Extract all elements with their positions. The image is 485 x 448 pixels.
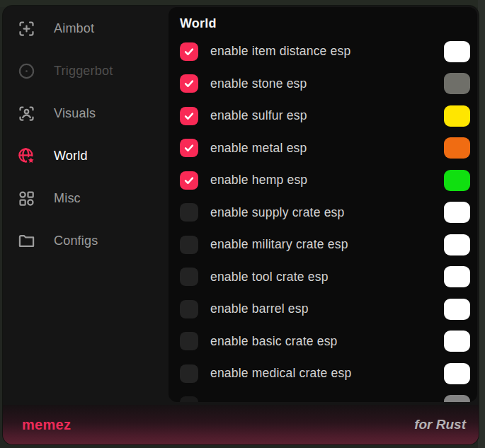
setting-label: enable barrel esp bbox=[210, 301, 309, 316]
setting-row: enable sulfur esp bbox=[180, 100, 470, 132]
person-scan-icon bbox=[17, 104, 36, 123]
setting-row: enable stone esp bbox=[180, 68, 470, 100]
cheat-menu-window: Aimbot Triggerbot Visuals World Misc Con… bbox=[3, 6, 479, 444]
setting-row: enable basic crate esp bbox=[180, 326, 470, 358]
sidebar-item-label: Triggerbot bbox=[54, 64, 113, 79]
color-swatch[interactable] bbox=[444, 234, 470, 255]
game-backdrop-right bbox=[478, 0, 485, 448]
setting-row: enable supply crate esp bbox=[180, 197, 470, 229]
folder-icon bbox=[17, 231, 36, 251]
checkbox[interactable] bbox=[180, 396, 198, 402]
checkbox[interactable] bbox=[180, 300, 198, 318]
sidebar-item-label: World bbox=[54, 149, 88, 163]
sidebar: Aimbot Triggerbot Visuals World Misc Con… bbox=[3, 6, 169, 405]
sidebar-item-triggerbot[interactable]: Triggerbot bbox=[3, 50, 169, 92]
sidebar-item-aimbot[interactable]: Aimbot bbox=[3, 7, 169, 50]
sidebar-item-label: Misc bbox=[54, 191, 81, 206]
setting-label: enable stone esp bbox=[210, 76, 307, 91]
sidebar-item-label: Aimbot bbox=[54, 21, 94, 36]
checkbox[interactable] bbox=[180, 236, 198, 254]
setting-label: enable tool crate esp bbox=[210, 270, 329, 285]
checkbox[interactable] bbox=[180, 139, 198, 157]
color-swatch[interactable] bbox=[444, 299, 470, 320]
setting-row: enable medical crate esp bbox=[180, 357, 470, 390]
setting-row: enable metal esp bbox=[180, 132, 470, 165]
crosshair-icon bbox=[17, 19, 36, 38]
triggerbot-icon bbox=[17, 62, 36, 81]
color-swatch[interactable] bbox=[444, 363, 470, 384]
setting-label: enable medical crate esp bbox=[210, 366, 351, 381]
color-swatch[interactable] bbox=[444, 73, 470, 94]
sidebar-item-label: Visuals bbox=[54, 106, 96, 121]
settings-list: enable item distance espenable stone esp… bbox=[180, 35, 470, 402]
sidebar-item-visuals[interactable]: Visuals bbox=[3, 92, 169, 134]
sidebar-item-world[interactable]: World bbox=[3, 134, 169, 177]
setting-label: enable metal esp bbox=[210, 141, 307, 156]
checkbox[interactable] bbox=[180, 171, 198, 190]
setting-row: enable military crate esp bbox=[180, 229, 470, 261]
color-swatch[interactable] bbox=[444, 105, 470, 127]
grid-shapes-icon bbox=[17, 189, 36, 208]
checkbox[interactable] bbox=[180, 203, 198, 222]
setting-label: enable military crate esp bbox=[210, 237, 348, 252]
setting-row bbox=[180, 390, 470, 403]
color-swatch[interactable] bbox=[444, 170, 470, 191]
color-swatch[interactable] bbox=[444, 266, 470, 287]
setting-row: enable barrel esp bbox=[180, 293, 470, 326]
tagline-label: for Rust bbox=[414, 417, 466, 432]
checkbox[interactable] bbox=[180, 364, 198, 383]
sidebar-item-label: Configs bbox=[54, 234, 98, 248]
color-swatch[interactable] bbox=[444, 395, 470, 402]
setting-label: enable sulfur esp bbox=[210, 108, 307, 123]
color-swatch[interactable] bbox=[444, 137, 470, 159]
setting-label: enable hemp esp bbox=[210, 173, 307, 188]
screen: Aimbot Triggerbot Visuals World Misc Con… bbox=[0, 0, 485, 448]
setting-row: enable tool crate esp bbox=[180, 261, 470, 294]
setting-row: enable hemp esp bbox=[180, 164, 470, 197]
color-swatch[interactable] bbox=[444, 41, 470, 62]
world-panel: World enable item distance espenable sto… bbox=[169, 7, 477, 402]
sidebar-item-misc[interactable]: Misc bbox=[3, 177, 169, 219]
window-content: Aimbot Triggerbot Visuals World Misc Con… bbox=[3, 6, 479, 405]
setting-label: enable supply crate esp bbox=[210, 205, 344, 220]
checkbox[interactable] bbox=[180, 268, 198, 286]
setting-label: enable basic crate esp bbox=[210, 334, 338, 349]
checkbox[interactable] bbox=[180, 42, 198, 61]
checkbox[interactable] bbox=[180, 332, 198, 350]
setting-label: enable item distance esp bbox=[210, 44, 350, 59]
setting-row: enable item distance esp bbox=[180, 35, 470, 68]
sidebar-item-configs[interactable]: Configs bbox=[3, 219, 169, 262]
checkbox[interactable] bbox=[180, 74, 198, 93]
panel-title: World bbox=[180, 14, 470, 33]
color-swatch[interactable] bbox=[444, 202, 470, 223]
brand-label: memez bbox=[22, 417, 71, 433]
checkbox[interactable] bbox=[180, 107, 198, 125]
footer-bar: memez for Rust bbox=[3, 405, 479, 444]
globe-star-icon bbox=[17, 147, 36, 166]
color-swatch[interactable] bbox=[444, 331, 470, 352]
